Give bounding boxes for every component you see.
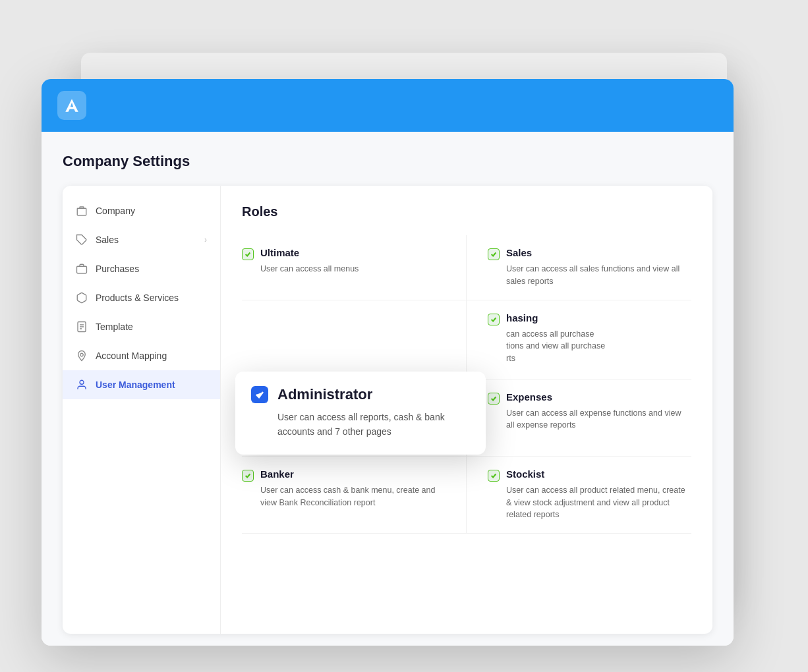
sidebar-label-purchases: Purchases (96, 264, 139, 274)
window-main: Company Settings Company (42, 79, 734, 646)
sidebar-label-template: Template (96, 322, 133, 332)
sidebar-label-account-mapping: Account Mapping (96, 350, 167, 361)
administrator-tooltip[interactable]: Administrator User can access all report… (235, 372, 486, 455)
role-header-banker: Banker (242, 468, 445, 482)
role-item-expenses[interactable]: Expenses User can access all expense fun… (467, 379, 691, 457)
role-desc-banker: User can access cash & bank menu, create… (242, 484, 445, 509)
role-name-banker: Banker (260, 468, 294, 480)
role-item-ultimate[interactable]: Ultimate User can access all menus (242, 235, 467, 300)
sidebar-item-sales[interactable]: Sales › (63, 225, 220, 254)
role-name-purchasing: hasing (506, 312, 538, 323)
window-header (42, 79, 734, 132)
user-icon (76, 379, 88, 391)
svg-point-8 (80, 353, 84, 356)
role-header-expenses: Expenses (488, 391, 691, 405)
sidebar-label-sales: Sales (96, 235, 119, 245)
role-desc-sales: User can access all sales functions and … (488, 263, 691, 288)
role-desc-expenses: User can access all expense functions an… (488, 407, 691, 432)
cart-icon (76, 263, 88, 275)
sidebar-item-user-management[interactable]: User Management (63, 370, 220, 399)
role-check-ultimate (242, 248, 254, 260)
role-header-sales: Sales (488, 247, 691, 260)
svg-point-9 (80, 380, 84, 384)
role-check-sales (488, 248, 500, 260)
role-item-sales[interactable]: Sales User can access all sales function… (467, 235, 691, 300)
building-icon (76, 205, 88, 217)
role-header-stockist: Stockist (488, 468, 691, 482)
role-check-stockist (488, 470, 500, 482)
main-panel: Company Sales › (63, 186, 712, 634)
tag-icon (76, 234, 88, 246)
svg-rect-3 (77, 266, 87, 273)
sidebar-label-company: Company (96, 206, 135, 216)
role-desc-purchasing: can access all purchasetions and view al… (488, 328, 691, 365)
role-item-stockist[interactable]: Stockist User can access all product rel… (467, 457, 691, 534)
role-header-ultimate: Ultimate (242, 247, 445, 260)
role-item-administrator-placeholder: Administrator User can access all report… (242, 300, 467, 379)
role-name-expenses: Expenses (506, 391, 552, 403)
tooltip-header: Administrator (251, 386, 470, 403)
role-header-purchasing: hasing (488, 312, 691, 325)
role-desc-stockist: User can access all product related menu… (488, 484, 691, 521)
content-area: Roles Ultimate (221, 186, 712, 634)
role-name-sales: Sales (506, 247, 532, 258)
box-icon (76, 292, 88, 304)
sidebar-item-company[interactable]: Company (63, 196, 220, 225)
role-name-stockist: Stockist (506, 468, 544, 480)
role-check-banker (242, 470, 254, 482)
role-item-banker[interactable]: Banker User can access cash & bank menu,… (242, 457, 467, 534)
page-title: Company Settings (63, 153, 712, 170)
role-name-ultimate: Ultimate (260, 247, 299, 258)
role-item-purchasing[interactable]: hasing can access all purchasetions and … (467, 300, 691, 379)
sidebar-item-template[interactable]: Template (63, 312, 220, 341)
tooltip-role-desc: User can access all reports, cash & bank… (251, 410, 470, 439)
sidebar-label-products: Products & Services (96, 293, 179, 303)
scene: Company Settings Company (42, 40, 766, 632)
sidebar: Company Sales › (63, 186, 221, 634)
file-icon (76, 321, 88, 333)
tooltip-checkbox[interactable] (251, 386, 268, 403)
role-check-expenses (488, 393, 500, 405)
logo-icon (63, 97, 80, 114)
map-icon (76, 350, 88, 362)
sidebar-item-products-services[interactable]: Products & Services (63, 283, 220, 312)
role-desc-ultimate: User can access all menus (242, 263, 445, 275)
chevron-right-icon: › (204, 235, 207, 244)
roles-section-title: Roles (242, 204, 691, 219)
logo (57, 91, 86, 120)
svg-rect-0 (77, 208, 86, 215)
tooltip-role-name: Administrator (277, 386, 372, 403)
sidebar-item-account-mapping[interactable]: Account Mapping (63, 341, 220, 370)
sidebar-label-user-management: User Management (96, 379, 175, 390)
window-content: Company Settings Company (42, 132, 734, 646)
role-check-purchasing (488, 314, 500, 325)
roles-grid: Ultimate User can access all menus (242, 235, 691, 534)
sidebar-item-purchases[interactable]: Purchases (63, 254, 220, 283)
